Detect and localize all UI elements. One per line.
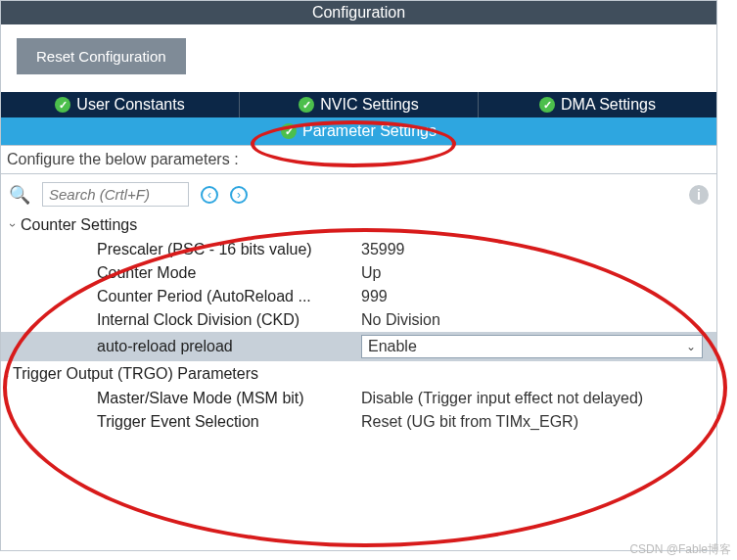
check-icon	[539, 97, 555, 113]
param-row[interactable]: Master/Slave Mode (MSM bit)Disable (Trig…	[1, 387, 716, 410]
check-icon	[55, 97, 70, 113]
config-panel: Configuration Reset Configuration User C…	[0, 0, 717, 551]
param-value: Disable (Trigger input effect not delaye…	[361, 390, 716, 407]
group-trgo-parameters[interactable]: ‹ Trigger Output (TRGO) Parameters	[1, 361, 716, 387]
search-icon[interactable]: 🔍	[9, 184, 30, 206]
param-value: Reset (UG bit from TIMx_EGR)	[361, 413, 716, 431]
group-title: Trigger Output (TRGO) Parameters	[13, 365, 258, 383]
param-row[interactable]: Internal Clock Division (CKD)No Division	[1, 308, 716, 332]
tab-dma-settings[interactable]: DMA Settings	[478, 92, 716, 117]
info-icon[interactable]	[689, 185, 709, 205]
param-row[interactable]: Trigger Event SelectionReset (UG bit fro…	[1, 410, 716, 434]
search-input[interactable]	[42, 182, 189, 207]
check-icon	[281, 123, 297, 139]
group-counter-settings[interactable]: › Counter Settings	[1, 212, 716, 238]
param-label: Prescaler (PSC - 16 bits value)	[97, 241, 361, 258]
prev-match-button[interactable]: ‹	[201, 186, 218, 204]
next-match-button[interactable]: ›	[230, 186, 248, 204]
check-icon	[299, 97, 314, 113]
param-label: Master/Slave Mode (MSM bit)	[97, 390, 361, 407]
param-value: 35999	[361, 241, 716, 258]
param-value: Up	[361, 264, 716, 282]
param-row[interactable]: Counter Period (AutoReload ...999	[1, 285, 716, 308]
tab-label: NVIC Settings	[320, 96, 418, 114]
param-value: No Division	[361, 311, 716, 329]
reset-config-button[interactable]: Reset Configuration	[17, 38, 186, 74]
param-row[interactable]: Prescaler (PSC - 16 bits value)35999	[1, 238, 716, 261]
tab-label: Parameter Settings	[302, 122, 437, 140]
tab-label: User Constants	[76, 96, 184, 114]
tab-parameter-settings[interactable]: Parameter Settings	[1, 117, 716, 145]
toolbar: Reset Configuration	[1, 24, 716, 92]
param-value[interactable]: Enable⌄	[361, 335, 703, 358]
tabs-row-1: User Constants NVIC Settings DMA Setting…	[1, 92, 716, 117]
tab-label: DMA Settings	[561, 96, 656, 114]
search-row: 🔍 ‹ ›	[1, 174, 716, 212]
panel-title: Configuration	[1, 1, 716, 24]
param-label: Counter Period (AutoReload ...	[97, 288, 361, 305]
subtitle: Configure the below parameters :	[1, 145, 716, 174]
group-title: Counter Settings	[21, 216, 137, 234]
param-label: auto-reload preload	[97, 338, 361, 355]
chevron-down-icon[interactable]: ⌄	[686, 340, 696, 353]
watermark: CSDN @Fable博客	[629, 541, 731, 558]
chevron-down-icon: ›	[6, 223, 20, 227]
tab-nvic-settings[interactable]: NVIC Settings	[239, 92, 478, 117]
parameter-tree: › Counter Settings Prescaler (PSC - 16 b…	[1, 212, 716, 434]
tab-user-constants[interactable]: User Constants	[1, 92, 239, 117]
param-row[interactable]: auto-reload preloadEnable⌄	[1, 332, 716, 361]
param-label: Internal Clock Division (CKD)	[97, 311, 361, 329]
param-row[interactable]: Counter ModeUp	[1, 261, 716, 285]
param-value: 999	[361, 288, 716, 305]
chevron-icon: ‹	[5, 367, 9, 381]
param-label: Counter Mode	[97, 264, 361, 282]
param-label: Trigger Event Selection	[97, 413, 361, 431]
